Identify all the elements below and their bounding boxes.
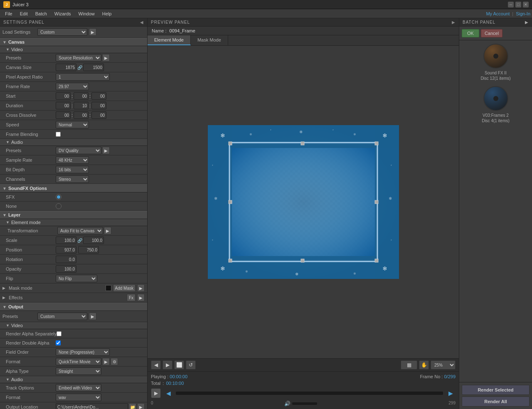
audio-presets-arrow-btn[interactable]: ▶: [102, 147, 110, 154]
render-alpha-sep-checkbox[interactable]: [57, 331, 62, 336]
sample-rate-select[interactable]: 48 KHz: [56, 156, 89, 164]
duration-s-input[interactable]: [91, 102, 106, 109]
menu-file[interactable]: File: [2, 10, 16, 17]
add-mask-arrow-btn[interactable]: ▶: [137, 284, 145, 292]
close-button[interactable]: ✕: [523, 2, 529, 7]
menu-edit[interactable]: Edit: [17, 10, 31, 17]
element-mode-header[interactable]: ▼ Element mode: [0, 219, 147, 226]
presets-arrow-btn[interactable]: ▶: [102, 54, 110, 62]
start-s-input[interactable]: [91, 92, 106, 100]
rotation-row: Rotation: [0, 255, 147, 264]
sign-in-link[interactable]: Sign-In: [516, 11, 530, 16]
opacity-input[interactable]: [56, 265, 76, 273]
menu-window[interactable]: Window: [75, 10, 98, 17]
batch-cancel-button[interactable]: Cancel: [481, 29, 502, 37]
render-all-button[interactable]: Render All: [462, 397, 530, 407]
flip-select[interactable]: No Flip: [56, 275, 97, 282]
mask-color-swatch[interactable]: [106, 285, 111, 291]
frame-blending-checkbox[interactable]: [56, 132, 61, 137]
zoom-select[interactable]: 25%: [431, 360, 456, 370]
sfx-radio-none[interactable]: [56, 203, 62, 209]
tab-mask-mode[interactable]: Mask Mode: [191, 35, 228, 45]
render-double-alpha-row: Render Double Alpha: [0, 338, 147, 347]
pos-x-input[interactable]: [56, 246, 76, 254]
speed-select[interactable]: Normal: [56, 121, 89, 128]
cross-h-input[interactable]: [56, 111, 71, 119]
cross-s-input[interactable]: [91, 111, 106, 119]
track-options-select[interactable]: Embed with Video: [56, 384, 101, 392]
scale-x-input[interactable]: [56, 237, 76, 244]
output-presets-select[interactable]: Custom: [37, 313, 87, 320]
audio-presets-select[interactable]: DV Quality: [56, 147, 101, 154]
video-subsection-header[interactable]: ▼ Video: [0, 46, 147, 53]
timeline-track[interactable]: [176, 392, 443, 395]
prev-frame-btn[interactable]: ◀: [163, 389, 173, 398]
render-double-alpha-checkbox[interactable]: [56, 340, 61, 345]
fit-btn[interactable]: ⬜: [174, 360, 184, 370]
load-settings-btn[interactable]: ▶: [89, 28, 96, 36]
cross-m-input[interactable]: [74, 111, 89, 119]
alpha-type-select[interactable]: Straight: [56, 367, 101, 375]
minimize-button[interactable]: ─: [508, 2, 514, 7]
render-selected-button[interactable]: Render Selected: [462, 385, 530, 395]
batch-collapse-btn[interactable]: ▶: [525, 20, 529, 25]
start-m-input[interactable]: [74, 92, 89, 100]
rotation-input[interactable]: [56, 256, 76, 263]
fx-button[interactable]: Fx: [127, 294, 135, 301]
channels-select[interactable]: Stereo: [56, 175, 89, 183]
play-button[interactable]: ▶: [151, 388, 161, 398]
maximize-button[interactable]: □: [515, 2, 521, 7]
canvas-section-header[interactable]: ▼ Canvas: [0, 38, 147, 46]
effects-label: Effects: [9, 295, 125, 300]
batch-ok-button[interactable]: OK: [462, 29, 479, 37]
refresh-btn[interactable]: ↺: [186, 360, 196, 370]
transformation-select[interactable]: Auto Fit to Canvas: [57, 227, 103, 234]
canvas-height-input[interactable]: [83, 64, 104, 71]
zoom-in-btn[interactable]: ▶: [163, 360, 172, 370]
output-location-input[interactable]: [56, 403, 128, 409]
duration-m-input[interactable]: [74, 102, 89, 109]
sfx-radio-active[interactable]: [56, 194, 62, 200]
menu-wizards[interactable]: Wizards: [51, 10, 74, 17]
output-location-arrow-btn[interactable]: ▶: [137, 403, 145, 409]
pos-y-input[interactable]: [78, 246, 99, 254]
load-settings-select[interactable]: Custom: [37, 28, 87, 36]
duration-h-input[interactable]: [56, 102, 71, 109]
output-section-header[interactable]: ▼ Output: [0, 303, 147, 311]
field-order-select[interactable]: None (Progressive): [56, 348, 110, 356]
frame-rate-select[interactable]: 29.97: [56, 83, 89, 90]
menu-help[interactable]: Help: [99, 10, 115, 17]
add-mask-button[interactable]: Add Mask: [113, 284, 135, 292]
output-format-select[interactable]: wav: [56, 394, 101, 401]
transformation-arrow-btn[interactable]: ▶: [104, 227, 111, 234]
volume-bar[interactable]: [292, 402, 317, 405]
audio-subsection-header[interactable]: ▼ Audio: [0, 139, 147, 146]
zoom-out-btn[interactable]: ◀: [151, 360, 161, 370]
my-account-link[interactable]: My Account: [486, 11, 510, 16]
start-h-input[interactable]: [56, 92, 71, 100]
output-location-browse-btn[interactable]: 📁: [129, 403, 136, 409]
output-presets-arrow-btn[interactable]: ▶: [89, 313, 96, 320]
scale-y-input[interactable]: [83, 237, 104, 244]
checker-btn[interactable]: ▦: [401, 360, 417, 370]
bit-depth-select[interactable]: 16 bits: [56, 166, 89, 173]
output-format-value: wav: [56, 394, 145, 401]
format-select[interactable]: QuickTime Movie: [56, 358, 101, 365]
menu-batch[interactable]: Batch: [32, 10, 50, 17]
settings-collapse-btn[interactable]: ◀: [140, 20, 144, 25]
next-frame-btn[interactable]: ▶: [446, 389, 456, 398]
soundfx-section-header[interactable]: ▼ SoundFX Options: [0, 184, 147, 192]
output-video-header[interactable]: ▼ Video: [0, 322, 147, 329]
canvas-width-input[interactable]: [56, 64, 76, 71]
format-settings-btn[interactable]: ⚙: [111, 358, 118, 365]
pixel-aspect-select[interactable]: 1: [56, 73, 110, 81]
presets-select[interactable]: Source Resolution: [56, 54, 101, 62]
output-audio-header[interactable]: ▼ Audio: [0, 376, 147, 383]
hand-tool-btn[interactable]: ✋: [419, 360, 429, 370]
fx-arrow-btn[interactable]: ▶: [137, 294, 145, 301]
preview-collapse-btn[interactable]: ▶: [452, 20, 456, 25]
tab-element-mode[interactable]: Element Mode: [148, 35, 191, 45]
batch-buttons: OK Cancel: [459, 27, 532, 40]
format-arrow-btn[interactable]: ▶: [102, 358, 110, 365]
layer-section-header[interactable]: ▼ Layer: [0, 211, 147, 219]
